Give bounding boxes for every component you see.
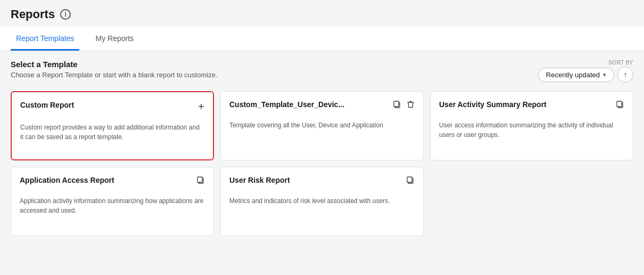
card-title: Application Access Report <box>20 176 114 184</box>
card-title: Custom_Template_User_Devic... <box>229 100 344 109</box>
card-header: User Activity Summary Report <box>439 100 624 111</box>
card-description: Custom report provides a way to add addi… <box>20 123 204 142</box>
chevron-down-icon: ▾ <box>603 71 606 78</box>
copy-icon[interactable] <box>406 176 415 187</box>
card-icons <box>196 176 205 187</box>
card-header: Custom_Template_User_Devic... <box>229 100 415 111</box>
card-description: User access information summarizing the … <box>439 120 624 140</box>
card-description: Metrics and indicators of risk level ass… <box>229 196 415 206</box>
sort-dropdown[interactable]: Recently updated ▾ <box>538 68 614 82</box>
section-header: Select a Template Choose a Report Templa… <box>11 60 633 83</box>
card-title: User Activity Summary Report <box>439 100 547 109</box>
svg-rect-1 <box>394 101 399 107</box>
info-icon[interactable]: i <box>60 9 71 20</box>
card-header: Application Access Report <box>20 176 205 187</box>
card-icons: + <box>198 101 204 113</box>
card-icons <box>616 100 624 111</box>
section-subtitle: Choose a Report Template or start with a… <box>11 71 218 79</box>
tab-report-templates[interactable]: Report Templates <box>11 27 79 51</box>
section-title: Select a Template <box>11 60 218 69</box>
card-user-risk[interactable]: User Risk Report Metrics and indicators … <box>220 167 424 236</box>
card-application-access[interactable]: Application Access Report Application ac… <box>11 167 214 236</box>
copy-icon[interactable] <box>393 100 401 111</box>
sort-control: SORT BY Recently updated ▾ ↑ <box>538 60 633 83</box>
card-custom-report[interactable]: Custom Report + Custom report provides a… <box>11 91 214 160</box>
sort-row: Recently updated ▾ ↑ <box>538 67 633 83</box>
card-icons <box>406 176 415 187</box>
card-custom-template-user-devic[interactable]: Custom_Template_User_Devic... <box>220 91 424 160</box>
sort-value: Recently updated <box>546 71 600 79</box>
card-title: Custom Report <box>20 101 74 109</box>
section-info: Select a Template Choose a Report Templa… <box>11 60 218 79</box>
sort-label: SORT BY <box>608 60 633 66</box>
card-icons <box>393 100 415 111</box>
card-description: Template covering all the User, Device a… <box>229 120 415 130</box>
page-title: Reports <box>11 7 55 21</box>
page-header: Reports i <box>0 0 644 27</box>
card-title: User Risk Report <box>229 176 290 184</box>
tabs-container: Report Templates My Reports <box>0 27 644 51</box>
card-user-activity-summary[interactable]: User Activity Summary Report User access… <box>430 91 633 160</box>
cards-grid: Custom Report + Custom report provides a… <box>11 91 633 236</box>
svg-rect-7 <box>407 177 412 182</box>
svg-rect-3 <box>617 101 622 107</box>
copy-icon[interactable] <box>616 100 624 111</box>
tab-my-reports[interactable]: My Reports <box>90 27 139 51</box>
delete-icon[interactable] <box>407 100 415 111</box>
main-content: Select a Template Choose a Report Templa… <box>0 51 644 245</box>
upload-icon: ↑ <box>624 70 628 79</box>
card-description: Application activity information summari… <box>20 196 205 215</box>
card-header: Custom Report + <box>20 101 204 113</box>
add-icon[interactable]: + <box>198 101 204 113</box>
card-header: User Risk Report <box>229 176 415 187</box>
svg-rect-5 <box>197 177 202 182</box>
copy-icon[interactable] <box>196 176 205 187</box>
sort-upload-button[interactable]: ↑ <box>617 67 633 83</box>
